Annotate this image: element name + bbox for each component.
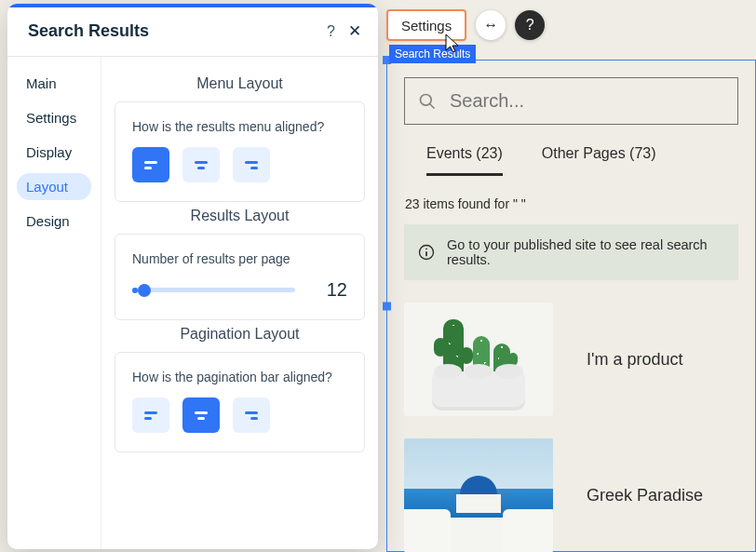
results-slider-value: 12 xyxy=(310,279,347,301)
results-slider[interactable] xyxy=(132,281,295,300)
tab-other-pages[interactable]: Other Pages (73) xyxy=(542,145,656,176)
result-item[interactable]: Greek Paradise xyxy=(404,438,738,552)
search-input[interactable] xyxy=(448,89,724,113)
selection-tag: Search Results xyxy=(389,45,476,63)
panel-title: Search Results xyxy=(28,21,149,41)
align-right-icon xyxy=(245,411,258,420)
results-layout-card: Number of results per page 12 xyxy=(115,234,365,320)
menu-layout-card: How is the results menu aligned? xyxy=(115,101,365,202)
items-found-text: 23 items found for " " xyxy=(405,196,738,211)
editor-canvas: Settings ↔ ? Search Results Events (23) … xyxy=(386,0,756,552)
panel-content: Menu Layout How is the results menu alig… xyxy=(101,57,378,549)
pagination-align-center-button[interactable] xyxy=(182,397,220,433)
search-box[interactable] xyxy=(404,77,738,125)
settings-button-label: Settings xyxy=(401,18,452,34)
result-title: I'm a product xyxy=(587,350,682,370)
pagination-align-right-button[interactable] xyxy=(233,397,270,433)
close-icon[interactable]: ✕ xyxy=(348,21,361,41)
element-toolbar: Settings ↔ ? xyxy=(386,9,756,41)
align-left-icon xyxy=(144,411,157,420)
align-center-icon xyxy=(195,161,208,169)
result-thumbnail xyxy=(404,303,553,416)
selection-frame: Events (23) Other Pages (73) 23 items fo… xyxy=(386,60,756,552)
result-thumbnail xyxy=(404,438,553,552)
align-right-icon xyxy=(245,161,258,169)
pagination-align-label: How is the pagination bar aligned? xyxy=(132,370,347,384)
settings-panel: Search Results ? ✕ Main Settings Display… xyxy=(7,4,378,549)
nav-item-layout[interactable]: Layout xyxy=(17,173,91,200)
section-title-pagination-layout: Pagination Layout xyxy=(115,326,365,343)
result-title: Greek Paradise xyxy=(587,486,703,505)
svg-line-1 xyxy=(430,103,435,108)
resize-handle-w[interactable] xyxy=(383,302,391,310)
svg-point-0 xyxy=(421,94,432,105)
info-icon xyxy=(417,243,436,262)
results-tabs: Events (23) Other Pages (73) xyxy=(426,145,738,176)
results-list: I'm a product Greek Paradise xyxy=(404,303,738,552)
align-center-icon xyxy=(195,411,208,420)
stretch-icon: ↔ xyxy=(483,17,498,34)
settings-button[interactable]: Settings xyxy=(386,9,466,41)
result-item[interactable]: I'm a product xyxy=(404,303,738,416)
section-title-results-layout: Results Layout xyxy=(115,208,365,224)
menu-align-center-button[interactable] xyxy=(182,147,220,182)
panel-header: Search Results ? ✕ xyxy=(7,7,378,57)
preview-notice-text: Go to your published site to see real se… xyxy=(447,237,725,267)
menu-align-left-button[interactable] xyxy=(132,147,169,182)
question-icon: ? xyxy=(526,17,534,34)
section-title-menu-layout: Menu Layout xyxy=(115,75,365,92)
help-button[interactable]: ? xyxy=(515,10,545,40)
pagination-layout-card: How is the pagination bar aligned? xyxy=(115,352,365,452)
align-left-icon xyxy=(144,161,157,169)
search-icon xyxy=(418,92,437,111)
tab-events[interactable]: Events (23) xyxy=(426,145,503,176)
stretch-button[interactable]: ↔ xyxy=(476,10,506,40)
results-per-page-label: Number of results per page xyxy=(132,251,347,266)
nav-item-design[interactable]: Design xyxy=(17,208,91,235)
preview-notice: Go to your published site to see real se… xyxy=(404,224,738,280)
pagination-align-left-button[interactable] xyxy=(132,397,169,433)
help-icon[interactable]: ? xyxy=(327,23,335,40)
menu-align-label: How is the results menu aligned? xyxy=(132,119,347,134)
menu-align-right-button[interactable] xyxy=(233,147,270,182)
nav-item-settings[interactable]: Settings xyxy=(17,104,91,131)
panel-nav: Main Settings Display Layout Design xyxy=(7,57,101,549)
nav-item-main[interactable]: Main xyxy=(17,70,91,97)
nav-item-display[interactable]: Display xyxy=(17,139,91,166)
